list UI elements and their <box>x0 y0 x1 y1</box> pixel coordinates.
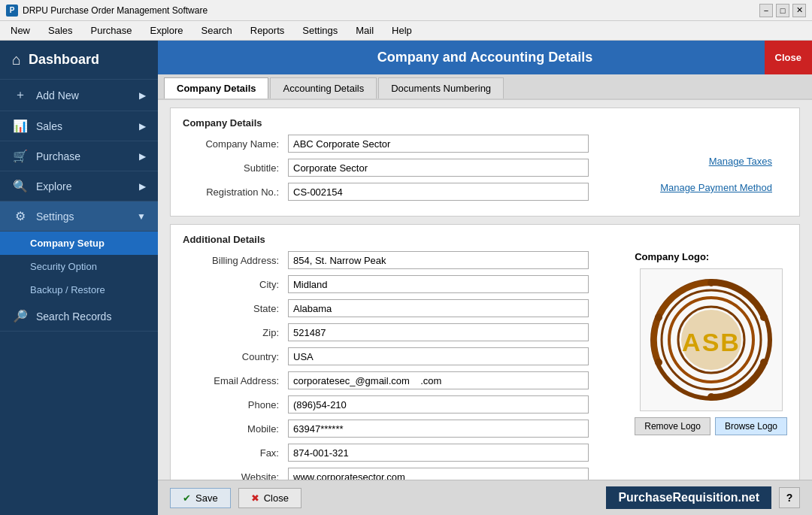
manage-taxes-link[interactable]: Manage Taxes <box>709 156 772 167</box>
maximize-button[interactable]: □ <box>776 4 789 17</box>
tab-company-details[interactable]: Company Details <box>164 77 268 98</box>
phone-input[interactable] <box>288 395 589 414</box>
svg-point-6 <box>760 359 768 366</box>
additional-form: Billing Address: City: State: Zip: <box>183 251 620 480</box>
tab-documents-numbering[interactable]: Documents Numbering <box>378 77 504 98</box>
right-links: Manage Taxes Manage Payment Method <box>660 135 787 207</box>
zip-input[interactable] <box>288 323 589 341</box>
phone-label: Phone: <box>183 399 288 410</box>
website-label: Website: <box>183 471 288 480</box>
svg-point-5 <box>760 314 768 321</box>
sidebar-item-add-new[interactable]: ＋ Add New ▶ <box>0 80 158 111</box>
sidebar-item-purchase[interactable]: 🛒 Purchase ▶ <box>0 141 158 171</box>
sidebar-add-new-label: Add New <box>36 89 132 101</box>
sales-arrow: ▶ <box>139 121 146 132</box>
save-button[interactable]: ✔ Save <box>170 488 231 508</box>
close-window-button[interactable]: ✕ <box>792 4 806 17</box>
tab-accounting-details[interactable]: Accounting Details <box>270 77 377 98</box>
sidebar-sub-company-setup[interactable]: Company Setup <box>0 232 158 255</box>
purchase-icon: 🛒 <box>12 149 29 163</box>
save-label: Save <box>195 492 218 504</box>
company-logo-svg: ASB <box>647 276 775 404</box>
state-label: State: <box>183 303 288 314</box>
mobile-row: Mobile: <box>183 420 620 438</box>
zip-row: Zip: <box>183 323 620 341</box>
svg-point-8 <box>655 359 662 366</box>
company-logo-box: ASB <box>640 268 783 411</box>
mobile-input[interactable] <box>288 420 589 438</box>
company-name-row: Company Name: <box>183 135 660 153</box>
sidebar-item-sales[interactable]: 📊 Sales ▶ <box>0 111 158 141</box>
close-x-icon: ✖ <box>251 492 259 504</box>
manage-payment-link[interactable]: Manage Payment Method <box>660 182 772 193</box>
title-bar: P DRPU Purchase Order Management Softwar… <box>0 0 812 21</box>
additional-details-section: Additional Details Billing Address: City… <box>170 224 800 480</box>
sidebar-item-explore[interactable]: 🔍 Explore ▶ <box>0 171 158 201</box>
state-input[interactable] <box>288 299 589 317</box>
email-label: Email Address: <box>183 375 288 386</box>
svg-text:ASB: ASB <box>682 328 741 356</box>
form-scroll-area: Company Details Company Name: Subtitle: … <box>158 100 812 480</box>
sidebar-header[interactable]: ⌂ Dashboard <box>0 41 158 80</box>
subtitle-row: Subtitle: <box>183 159 660 177</box>
country-input[interactable] <box>288 347 589 365</box>
menu-settings[interactable]: Settings <box>295 23 345 38</box>
website-input[interactable] <box>288 468 589 480</box>
billing-address-row: Billing Address: <box>183 251 620 269</box>
email-input[interactable] <box>288 371 589 389</box>
registration-input[interactable] <box>288 183 589 201</box>
state-row: State: <box>183 299 620 317</box>
explore-arrow: ▶ <box>139 181 146 192</box>
company-name-label: Company Name: <box>183 138 288 150</box>
svg-point-4 <box>707 279 715 286</box>
country-row: Country: <box>183 347 620 365</box>
registration-row: Registration No.: <box>183 183 660 201</box>
watermark: PurchaseRequisition.net <box>606 486 771 509</box>
sidebar-sub-backup-restore[interactable]: Backup / Restore <box>0 278 158 301</box>
menu-explore[interactable]: Explore <box>142 23 190 38</box>
window-controls: − □ ✕ <box>759 4 806 17</box>
sidebar-item-settings[interactable]: ⚙ Settings ▼ <box>0 201 158 232</box>
app-title: DRPU Purchase Order Management Software <box>23 5 208 16</box>
company-setup-label: Company Setup <box>30 238 105 249</box>
additional-layout: Billing Address: City: State: Zip: <box>183 251 787 480</box>
footer: ✔ Save ✖ Close PurchaseRequisition.net ? <box>158 480 812 515</box>
help-button[interactable]: ? <box>779 487 800 508</box>
menu-new[interactable]: New <box>3 23 38 38</box>
minimize-button[interactable]: − <box>759 4 773 17</box>
menu-reports[interactable]: Reports <box>243 23 292 38</box>
browse-logo-button[interactable]: Browse Logo <box>715 417 787 435</box>
logo-section: Company Logo: <box>635 251 787 480</box>
menu-mail[interactable]: Mail <box>348 23 381 38</box>
remove-logo-button[interactable]: Remove Logo <box>635 417 710 435</box>
settings-icon: ⚙ <box>12 209 29 223</box>
company-details-form: Company Name: Subtitle: Registration No.… <box>183 135 660 207</box>
company-name-input[interactable] <box>288 135 589 153</box>
sidebar-item-search-records[interactable]: 🔎 Search Records <box>0 301 158 332</box>
search-records-icon: 🔎 <box>12 309 29 323</box>
close-button[interactable]: ✖ Close <box>238 488 301 508</box>
menu-sales[interactable]: Sales <box>41 23 80 38</box>
subtitle-input[interactable] <box>288 159 589 177</box>
company-details-section: Company Details Company Name: Subtitle: … <box>170 108 800 217</box>
sidebar-sales-label: Sales <box>36 120 132 132</box>
additional-details-title: Additional Details <box>183 234 787 245</box>
city-row: City: <box>183 275 620 293</box>
sidebar-settings-label: Settings <box>36 211 129 223</box>
billing-address-input[interactable] <box>288 251 589 269</box>
menu-search[interactable]: Search <box>194 23 240 38</box>
logo-buttons: Remove Logo Browse Logo <box>635 417 787 435</box>
dashboard-label: Dashboard <box>29 52 99 68</box>
subtitle-label: Subtitle: <box>183 162 288 174</box>
content-area: Company and Accounting Details Close Com… <box>158 41 812 515</box>
backup-restore-label: Backup / Restore <box>30 284 105 295</box>
fax-input[interactable] <box>288 444 589 462</box>
tabs-container: Company Details Accounting Details Docum… <box>158 74 812 100</box>
menu-help[interactable]: Help <box>384 23 420 38</box>
fax-row: Fax: <box>183 444 620 462</box>
city-input[interactable] <box>288 275 589 293</box>
app-icon: P <box>6 5 18 17</box>
menu-purchase[interactable]: Purchase <box>83 23 140 38</box>
sidebar-sub-security-option[interactable]: Security Option <box>0 255 158 278</box>
close-header-button[interactable]: Close <box>765 41 812 74</box>
